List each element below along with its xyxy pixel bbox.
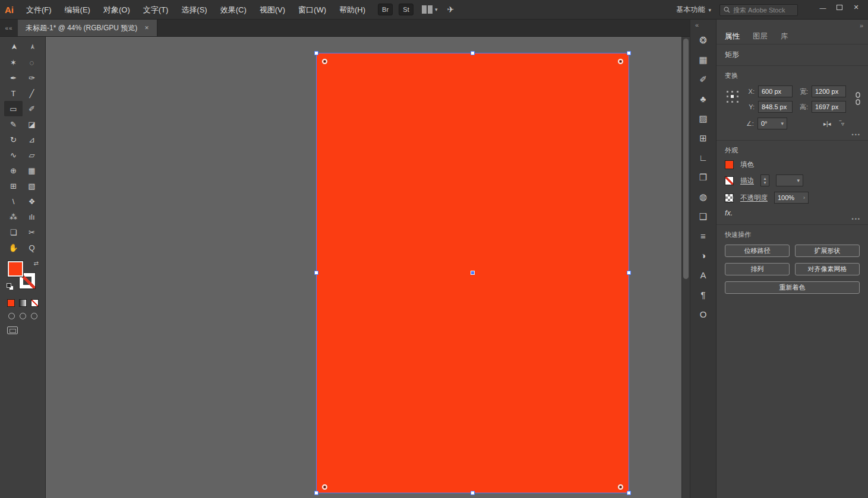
menu-window[interactable]: 窗口(W) xyxy=(292,0,333,20)
arrange-documents-button[interactable]: ▾ xyxy=(422,5,438,14)
eraser-tool[interactable]: ◪ xyxy=(23,116,41,132)
stock-button[interactable]: St xyxy=(399,4,414,15)
tab-close-icon[interactable]: ✕ xyxy=(144,25,149,31)
free-transform-tool[interactable]: ▱ xyxy=(23,147,41,163)
lasso-tool[interactable]: ◌ xyxy=(23,55,41,70)
zoom-tool[interactable]: Q xyxy=(23,240,41,255)
stroke-weight-select[interactable]: ▾ xyxy=(776,175,803,186)
selection-tool[interactable]: ➤ xyxy=(6,38,21,56)
selection-handle-e[interactable] xyxy=(627,271,631,275)
stroke-panel-icon[interactable]: ≡ xyxy=(690,226,716,246)
document-tab[interactable]: 未标题-1* @ 44% (RGB/GPU 预览) ✕ xyxy=(18,20,157,36)
vertical-scrollbar[interactable] xyxy=(681,37,690,498)
flip-vertical-button[interactable]: ‾▿ xyxy=(839,120,844,127)
scale-tool[interactable]: ⊿ xyxy=(23,132,41,147)
close-button[interactable]: ✕ xyxy=(848,1,864,14)
screen-mode-button[interactable] xyxy=(7,326,18,334)
menu-file[interactable]: 文件(F) xyxy=(20,0,58,20)
stroke-swatch[interactable] xyxy=(725,176,734,185)
none-chip[interactable] xyxy=(31,299,39,307)
gradient-panel-icon[interactable]: ▨ xyxy=(690,109,716,128)
default-fill-stroke-icon[interactable] xyxy=(7,283,14,291)
column-graph-tool[interactable]: ılı xyxy=(23,209,41,224)
corner-radius-widget-sw[interactable] xyxy=(322,484,327,490)
selection-handle-n[interactable] xyxy=(471,51,475,55)
direct-selection-tool[interactable]: ➣ xyxy=(24,38,40,56)
curvature-tool[interactable]: ✑ xyxy=(23,70,41,85)
tab-properties[interactable]: 属性 xyxy=(725,31,740,42)
transparency-panel-icon[interactable]: ◑ xyxy=(690,246,716,265)
rectangle-tool[interactable]: ▭ xyxy=(4,101,23,116)
fill-color-chip[interactable] xyxy=(8,261,23,277)
width-input[interactable] xyxy=(812,85,846,97)
brushes-panel-icon[interactable]: ✐ xyxy=(690,69,716,89)
gradient-chip[interactable] xyxy=(19,299,27,307)
opacity-select[interactable]: 100% › xyxy=(774,192,809,204)
pathfinder-panel-icon[interactable]: ❒ xyxy=(690,167,716,187)
opacity-swatch[interactable] xyxy=(725,194,734,202)
menu-effect[interactable]: 效果(C) xyxy=(214,0,253,20)
appearance-more-options-button[interactable]: ••• xyxy=(852,216,861,222)
paintbrush-tool[interactable]: ✐ xyxy=(23,101,41,116)
appearance-panel-icon[interactable]: ◍ xyxy=(690,187,716,207)
offset-path-button[interactable]: 位移路径 xyxy=(725,245,790,257)
dock-collapse-button[interactable]: « xyxy=(695,21,699,28)
selection-handle-nw[interactable] xyxy=(314,51,318,55)
type-tool[interactable]: T xyxy=(4,85,23,101)
symbol-sprayer-tool[interactable]: ⁂ xyxy=(4,209,23,224)
swatches-panel-icon[interactable]: ▦ xyxy=(690,50,716,69)
perspective-grid-tool[interactable]: ▦ xyxy=(23,163,41,178)
menu-help[interactable]: 帮助(H) xyxy=(333,0,372,20)
color-panel-icon[interactable]: ❂ xyxy=(690,30,716,50)
minimize-button[interactable]: — xyxy=(815,1,831,14)
align-pixel-grid-button[interactable]: 对齐像素网格 xyxy=(795,263,860,275)
corner-radius-widget-nw[interactable] xyxy=(322,59,327,64)
x-input[interactable] xyxy=(758,85,793,97)
tab-libraries[interactable]: 库 xyxy=(781,31,788,42)
dock-expand-button[interactable]: » xyxy=(860,22,863,29)
selection-handle-w[interactable] xyxy=(314,271,318,275)
color-chip[interactable] xyxy=(7,299,15,307)
opacity-label[interactable]: 不透明度 xyxy=(740,194,768,202)
gradient-tool[interactable]: ▧ xyxy=(23,178,41,194)
selection-handle-sw[interactable] xyxy=(314,491,318,495)
selection-handle-se[interactable] xyxy=(627,491,631,495)
workspace-switcher[interactable]: 基本功能 ▾ xyxy=(676,5,711,15)
recolor-button[interactable]: 重新着色 xyxy=(725,281,860,294)
arrange-button[interactable]: 排列 xyxy=(725,263,790,275)
search-input[interactable] xyxy=(733,7,794,14)
width-tool[interactable]: ∿ xyxy=(4,147,23,163)
height-input[interactable] xyxy=(812,101,846,113)
align-panel-icon[interactable]: ∟ xyxy=(690,148,716,167)
menu-type[interactable]: 文字(T) xyxy=(137,0,175,20)
y-input[interactable] xyxy=(758,101,793,113)
reference-point-locator[interactable] xyxy=(725,89,740,104)
stroke-label[interactable]: 描边 xyxy=(740,176,754,185)
eyedropper-tool[interactable]: \ xyxy=(4,194,23,209)
flip-horizontal-button[interactable]: ▸|◂ xyxy=(823,120,831,127)
draw-inside-mode[interactable] xyxy=(31,313,37,319)
tab-layers[interactable]: 图层 xyxy=(753,31,768,42)
menu-edit[interactable]: 编辑(E) xyxy=(58,0,97,20)
menu-view[interactable]: 视图(V) xyxy=(253,0,292,20)
expand-shape-button[interactable]: 扩展形状 xyxy=(795,245,860,257)
draw-behind-mode[interactable] xyxy=(20,313,26,319)
selection-handle-ne[interactable] xyxy=(627,51,631,55)
corner-radius-widget-se[interactable] xyxy=(618,484,623,490)
bridge-button[interactable]: Br xyxy=(378,4,393,15)
rotation-angle-select[interactable]: 0° ▾ xyxy=(757,118,787,129)
rotate-tool[interactable]: ↻ xyxy=(4,132,23,147)
stroke-weight-stepper[interactable]: ▴ ▾ xyxy=(760,175,769,186)
fill-swatch[interactable] xyxy=(725,160,734,169)
blend-tool[interactable]: ❖ xyxy=(23,194,41,209)
hand-tool[interactable]: ✋ xyxy=(4,240,23,255)
slice-tool[interactable]: ✂ xyxy=(23,224,41,240)
toolbar-collapse-button[interactable]: «« xyxy=(0,20,18,36)
constrain-proportions-icon[interactable] xyxy=(854,92,862,105)
fx-button[interactable]: fx. xyxy=(725,209,860,217)
artboard-tool[interactable]: ❏ xyxy=(4,224,23,240)
stepper-up-icon[interactable]: ▴ xyxy=(764,176,766,180)
paragraph-panel-icon[interactable]: ¶ xyxy=(690,285,716,304)
character-styles-panel-icon[interactable]: A xyxy=(690,265,716,285)
transform-panel-icon[interactable]: ⊞ xyxy=(690,128,716,148)
